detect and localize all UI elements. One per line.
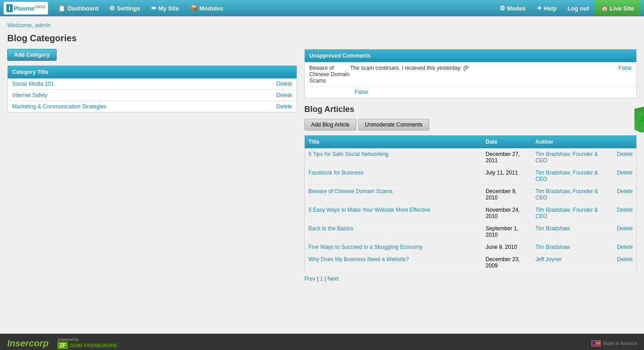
nav-help[interactable]: ✦ Help (531, 0, 562, 16)
delete-category-1[interactable]: Delete (276, 81, 292, 87)
us-flag-icon (591, 340, 601, 346)
article-title-3[interactable]: 5 Easy Ways to Make Your Website More Ef… (308, 207, 430, 213)
comment-row: Beware of Chinese Domain Scams The scam … (305, 62, 636, 87)
delete-article-2[interactable]: Delete (617, 188, 633, 194)
col-date: Date (482, 136, 532, 149)
delete-article-5[interactable]: Delete (617, 244, 633, 250)
blog-articles-title: Blog Articles (304, 105, 637, 114)
table-row: Beware of Chinese Domain Scams December … (305, 185, 637, 204)
unapproved-header: Unapproved Comments (305, 49, 636, 62)
add-category-button[interactable]: Add Category (7, 49, 57, 61)
comment-text: The scam continues. I recieved this yest… (350, 65, 614, 71)
article-date-6: December 23, 2009 (482, 253, 532, 272)
live-site-button[interactable]: 🏠 Live Site (595, 0, 640, 16)
prev-link[interactable]: Prev (304, 276, 316, 282)
table-row: Facebook for Business July 11, 2011 Tim … (305, 167, 637, 185)
logo-i-badge: i (6, 4, 13, 12)
insercorp-logo: Insercorp (7, 338, 48, 349)
category-title-2[interactable]: Internet Safety (12, 92, 276, 98)
blog-button-row: Add Blog Article Unmoderate Comments (304, 119, 637, 131)
made-in-text: Made in America (603, 341, 637, 346)
nav-settings[interactable]: ⚙ Settings (104, 0, 145, 16)
pagination: Prev | 1 | Next (304, 272, 637, 286)
modules-icon: 📦 (190, 5, 197, 12)
unmoderate-comments-button[interactable]: Unmoderate Comments (358, 119, 429, 131)
article-title-4[interactable]: Back to the Basics (308, 225, 353, 232)
table-row: Marketing & Communication Strategies Del… (8, 101, 297, 112)
unapproved-comments-box: Unapproved Comments Beware of Chinese Do… (304, 49, 637, 98)
mysite-icon: ✏ (151, 5, 157, 12)
article-author-3: Tim Bradshaw, Founder & CEO (532, 204, 613, 223)
table-row: Social Media 101 Delete (8, 78, 297, 90)
article-title-5[interactable]: Five Ways to Succeed in a Struggling Eco… (308, 244, 423, 250)
top-nav: i PlasmaCMS2 📋 Dashboard ⚙ Settings ✏ My… (0, 0, 644, 16)
dashboard-icon: 📋 (58, 5, 66, 12)
left-panel: Add Category Category Title Social Media… (7, 49, 297, 112)
page-title: Blog Categories (7, 33, 637, 44)
article-title-6[interactable]: Why Does My Business Need a Website? (308, 256, 409, 262)
col-title: Title (305, 136, 482, 149)
nav-my-site[interactable]: ✏ My Site (146, 0, 185, 16)
delete-article-3[interactable]: Delete (617, 207, 633, 213)
delete-article-6[interactable]: Delete (617, 256, 633, 262)
help-icon: ✦ (537, 5, 542, 12)
delete-category-3[interactable]: Delete (276, 103, 292, 110)
comment-false-link[interactable]: False (355, 89, 368, 95)
article-author-2: Tim Bradshaw, Founder & CEO (532, 185, 613, 204)
powered-by: powered by ZF ZEND FRAMEWORK (58, 337, 118, 349)
article-author-1: Tim Bradshaw, Founder & CEO (532, 167, 613, 185)
article-date-5: June 9, 2010 (482, 241, 532, 253)
category-title-1[interactable]: Social Media 101 (12, 81, 276, 87)
home-icon: 🏠 (601, 5, 608, 12)
category-table: Category Title Social Media 101 Delete I… (7, 65, 297, 112)
category-title-3[interactable]: Marketing & Communication Strategies (12, 103, 276, 110)
nav-modes[interactable]: ⚙ Modes (494, 0, 531, 16)
table-row: Why Does My Business Need a Website? Dec… (305, 253, 637, 272)
nav-modules[interactable]: 📦 Modules (184, 0, 229, 16)
content-area: Welcome, admin Blog Categories Add Categ… (0, 16, 644, 334)
article-title-0[interactable]: 5 Tips for Safe Social Networking (308, 151, 389, 157)
article-author-0: Tim Bradshaw, Founder & CEO (532, 148, 613, 167)
delete-article-0[interactable]: Delete (617, 151, 633, 157)
add-blog-article-button[interactable]: Add Blog Article (304, 119, 356, 131)
article-author-5: Tim Bradshaw (532, 241, 613, 253)
article-author-4: Tim Bradshaw (532, 223, 613, 241)
comment-domain: Beware of Chinese Domain Scams (309, 65, 350, 84)
article-date-3: November 24, 2010 (482, 204, 532, 223)
article-date-2: December 9, 2010 (482, 185, 532, 204)
footer-right: Made in America (591, 340, 637, 346)
table-row: Internet Safety Delete (8, 90, 297, 101)
next-link[interactable]: Next (327, 276, 339, 282)
table-row: 5 Tips for Safe Social Networking Decemb… (305, 148, 637, 167)
col-actions (613, 136, 636, 149)
article-title-1[interactable]: Facebook for Business (308, 170, 364, 176)
comment-false-btn[interactable]: False (619, 65, 632, 71)
logo[interactable]: i PlasmaCMS2 (4, 2, 48, 15)
table-row: 5 Easy Ways to Make Your Website More Ef… (305, 204, 637, 223)
table-row: Back to the Basics September 1, 2010 Tim… (305, 223, 637, 241)
nav-dashboard[interactable]: 📋 Dashboard (53, 0, 104, 16)
article-title-2[interactable]: Beware of Chinese Domain Scams (308, 188, 393, 194)
article-date-4: September 1, 2010 (482, 223, 532, 241)
delete-article-1[interactable]: Delete (617, 170, 633, 176)
footer: Insercorp powered by ZF ZEND FRAMEWORK M… (0, 334, 644, 350)
blog-articles-section: Blog Articles Add Blog Article Unmoderat… (304, 105, 637, 286)
settings-icon: ⚙ (109, 5, 115, 12)
zend-logo: ZF ZEND FRAMEWORK (58, 342, 118, 349)
modes-icon: ⚙ (500, 5, 505, 12)
article-date-0: December 27, 2011 (482, 148, 532, 167)
nav-logout[interactable]: Log out (562, 0, 595, 16)
article-date-1: July 11, 2011 (482, 167, 532, 185)
article-author-6: Jeff Joyner (532, 253, 613, 272)
delete-category-2[interactable]: Delete (276, 92, 292, 98)
green-arrow-icon (638, 106, 644, 135)
svg-marker-2 (638, 106, 644, 133)
right-panel: Unapproved Comments Beware of Chinese Do… (304, 49, 637, 286)
articles-table: Title Date Author 5 Tips for Safe Social… (304, 135, 637, 272)
category-table-header: Category Title (8, 66, 297, 78)
logo-name: PlasmaCMS2 (14, 5, 46, 12)
page-1-link[interactable]: 1 (320, 276, 323, 282)
table-row: Five Ways to Succeed in a Struggling Eco… (305, 241, 637, 253)
delete-article-4[interactable]: Delete (617, 225, 633, 232)
welcome-message: Welcome, admin (7, 22, 637, 29)
